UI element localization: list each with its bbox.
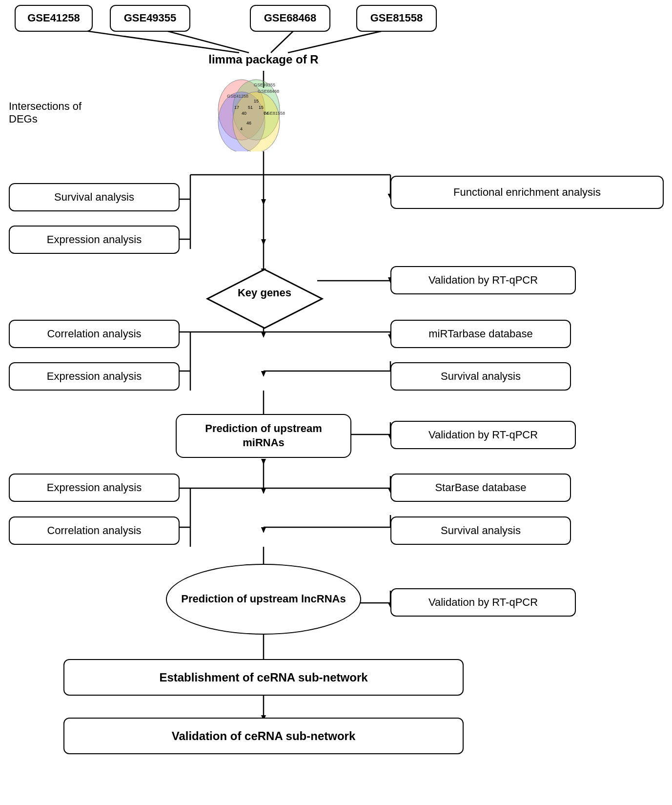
- limma-label: limma package of R: [190, 53, 337, 66]
- svg-marker-52: [261, 459, 266, 465]
- cerna-validation-box: Validation of ceRNA sub-network: [63, 718, 464, 754]
- validation-rtqpcr-1-box: Validation by RT-qPCR: [390, 266, 576, 294]
- gse49355-box: GSE49355: [110, 5, 190, 32]
- expression-analysis-2-box: Expression analysis: [9, 362, 180, 391]
- flowchart-diagram: GSE41258 GSE49355 GSE68468 GSE81558 limm…: [0, 0, 672, 805]
- gse41258-box: GSE41258: [15, 5, 93, 32]
- intersections-label: Intersections of DEGs: [9, 100, 106, 125]
- venn-diagram: GSE41258 GSE49355 GSE68468 GSE81558 17 4…: [210, 76, 288, 139]
- svg-marker-64: [261, 527, 266, 533]
- svg-marker-59: [261, 199, 266, 205]
- svg-text:40: 40: [242, 111, 246, 116]
- mirtarbase-box: miRTarbase database: [390, 320, 571, 348]
- validation-rtqpcr-3-box: Validation by RT-qPCR: [390, 588, 576, 617]
- svg-marker-49: [261, 371, 266, 376]
- cerna-establishment-box: Establishment of ceRNA sub-network: [63, 659, 464, 696]
- starbase-box: StarBase database: [390, 474, 571, 502]
- survival-analysis-r3-box: Survival analysis: [390, 516, 571, 545]
- expression-analysis-3-box: Expression analysis: [9, 474, 180, 502]
- svg-marker-82: [207, 269, 322, 328]
- svg-marker-54: [261, 527, 266, 532]
- svg-text:Key genes: Key genes: [238, 287, 291, 299]
- correlation-analysis-2-box: Correlation analysis: [9, 320, 180, 348]
- svg-text:74: 74: [264, 111, 268, 116]
- prediction-lncrnas-ellipse: Prediction of upstream lncRNAs: [166, 564, 361, 635]
- key-genes-diamond: Key genes: [205, 267, 325, 330]
- svg-text:GSE41258: GSE41258: [227, 94, 248, 99]
- svg-text:46: 46: [246, 121, 251, 125]
- expression-analysis-1-box: Expression analysis: [9, 226, 180, 254]
- correlation-analysis-3-box: Correlation analysis: [9, 516, 180, 545]
- svg-marker-61: [261, 332, 266, 338]
- svg-marker-63: [261, 488, 266, 494]
- survival-analysis-1-box: Survival analysis: [9, 183, 180, 211]
- svg-marker-60: [261, 239, 266, 245]
- svg-text:4: 4: [240, 126, 243, 131]
- gse81558-box: GSE81558: [356, 5, 437, 32]
- functional-enrichment-box: Functional enrichment analysis: [390, 176, 664, 209]
- gse68468-box: GSE68468: [250, 5, 330, 32]
- svg-marker-62: [261, 371, 266, 377]
- svg-text:17: 17: [234, 105, 239, 110]
- survival-analysis-r2-box: Survival analysis: [390, 362, 571, 391]
- svg-text:15: 15: [254, 99, 259, 103]
- svg-text:15: 15: [259, 105, 264, 110]
- svg-text:51: 51: [248, 105, 253, 110]
- svg-text:GSE68468: GSE68468: [258, 89, 279, 94]
- svg-text:GSE49355: GSE49355: [254, 83, 275, 87]
- prediction-mirnas-box: Prediction of upstream miRNAs: [176, 414, 351, 458]
- validation-rtqpcr-2-box: Validation by RT-qPCR: [390, 421, 576, 449]
